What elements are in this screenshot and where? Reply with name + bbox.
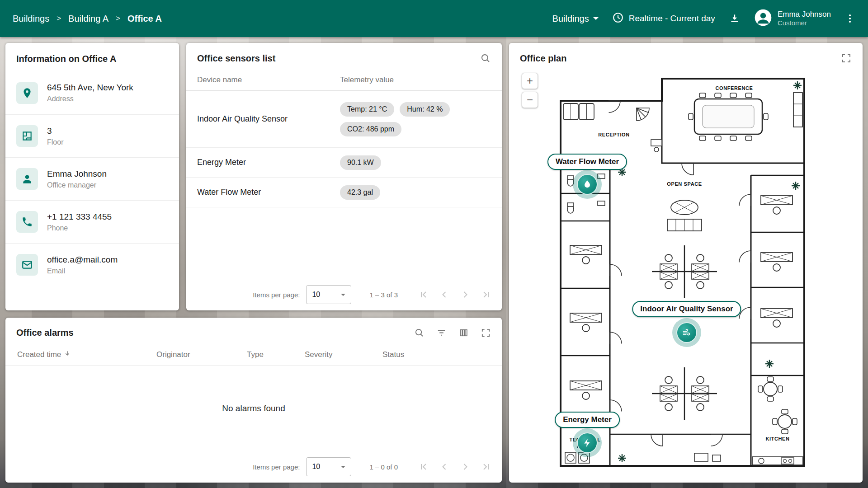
- office-alarms-card: Office alarms Created time Originator Ty…: [5, 318, 502, 483]
- fullscreen-icon[interactable]: [841, 53, 852, 64]
- telemetry-chip: 90.1 kW: [340, 155, 381, 170]
- room-label-conference: CONFERENCE: [715, 85, 753, 91]
- column-device-name[interactable]: Device name: [197, 75, 340, 84]
- download-button[interactable]: [729, 13, 741, 24]
- device-name: Energy Meter: [197, 158, 340, 167]
- column-type[interactable]: Type: [247, 350, 305, 359]
- entity-select[interactable]: Buildings: [552, 14, 599, 24]
- address-value: 645 5th Ave, New York: [47, 83, 133, 93]
- chevron-down-icon: [341, 466, 345, 468]
- timewindow-button[interactable]: Realtime - Current day: [612, 12, 715, 26]
- marker-label-indoor-air-quality-sensor[interactable]: Indoor Air Quality Sensor: [632, 301, 741, 317]
- next-page-button[interactable]: [458, 288, 472, 301]
- floor-value: 3: [47, 126, 63, 136]
- breadcrumb-separator: >: [57, 14, 61, 23]
- column-severity[interactable]: Severity: [305, 350, 382, 359]
- page-size-value: 10: [312, 291, 320, 299]
- search-icon[interactable]: [414, 328, 425, 338]
- telemetry-chip: CO2: 486 ppm: [340, 122, 401, 136]
- created-time-label: Created time: [17, 350, 61, 359]
- info-row-floor: 3 Floor: [5, 114, 179, 157]
- sensors-card-title: Office sensors list: [197, 53, 275, 64]
- last-page-button[interactable]: [479, 288, 493, 301]
- water-drop-icon: [577, 174, 598, 195]
- energy-icon: [577, 432, 598, 453]
- office-info-card: Information on Office A 645 5th Ave, New…: [5, 43, 179, 310]
- info-row-email: office.a@mail.com Email: [5, 243, 179, 286]
- last-page-button[interactable]: [479, 460, 493, 474]
- column-telemetry-value[interactable]: Telemetry value: [340, 75, 394, 84]
- previous-page-button[interactable]: [438, 460, 451, 474]
- phone-label: Phone: [47, 224, 112, 232]
- floor-plan[interactable]: CONFERENCE RECEPTION OPEN SPACE KITCHEN …: [559, 77, 805, 468]
- info-row-phone: +1 121 333 4455 Phone: [5, 200, 179, 243]
- email-label: Email: [47, 267, 118, 275]
- table-row[interactable]: Water Flow Meter 42.3 gal: [186, 178, 502, 207]
- sensors-paginator: Items per page: 10 1 – 3 of 3: [186, 279, 502, 310]
- marker-label-energy-meter[interactable]: Energy Meter: [555, 412, 620, 428]
- floor-label: Floor: [47, 138, 63, 146]
- phone-value: +1 121 333 4455: [47, 212, 112, 222]
- energy-meter-marker[interactable]: [573, 428, 602, 457]
- timewindow-label: Realtime - Current day: [629, 14, 715, 23]
- marker-label-water-flow-meter[interactable]: Water Flow Meter: [547, 154, 627, 170]
- alarms-table-header: Created time Originator Type Severity St…: [5, 343, 502, 366]
- water-flow-meter-marker[interactable]: [573, 170, 602, 199]
- telemetry-chip: 42.3 gal: [340, 185, 380, 200]
- sensors-table-header: Device name Telemetry value: [186, 69, 502, 91]
- fullscreen-icon[interactable]: [481, 328, 491, 338]
- chevron-down-icon: [341, 294, 345, 296]
- sort-arrow-down-icon: [64, 350, 71, 359]
- first-page-button[interactable]: [417, 288, 430, 301]
- zoom-in-button[interactable]: +: [522, 73, 538, 89]
- device-name: Indoor Air Quality Sensor: [197, 114, 340, 124]
- no-alarms-message: No alarms found: [5, 366, 502, 451]
- person-icon: [16, 168, 38, 190]
- telemetry-chip: Hum: 42 %: [400, 102, 450, 117]
- indoor-air-quality-sensor-marker[interactable]: [672, 318, 701, 347]
- room-label-open-space: OPEN SPACE: [667, 181, 702, 187]
- page-size-value: 10: [312, 463, 320, 471]
- breadcrumb: Buildings > Building A > Office A: [13, 14, 162, 24]
- breadcrumb-buildings[interactable]: Buildings: [13, 14, 49, 24]
- filter-icon[interactable]: [436, 328, 447, 338]
- table-row[interactable]: Indoor Air Quality Sensor Temp: 21 °C Hu…: [186, 91, 502, 148]
- column-originator[interactable]: Originator: [156, 350, 247, 359]
- clock-icon: [612, 12, 624, 26]
- previous-page-button[interactable]: [438, 288, 451, 301]
- telemetry-chip: Temp: 21 °C: [340, 102, 394, 117]
- columns-icon[interactable]: [458, 328, 469, 338]
- kebab-menu-icon[interactable]: [844, 13, 855, 24]
- page-size-select[interactable]: 10: [306, 457, 351, 476]
- search-icon[interactable]: [480, 53, 491, 64]
- avatar: [754, 9, 772, 28]
- column-created-time[interactable]: Created time: [17, 350, 156, 359]
- info-card-title: Information on Office A: [5, 43, 179, 71]
- breadcrumb-separator: >: [116, 14, 120, 23]
- floor-plan-icon: [16, 125, 38, 147]
- info-row-manager: Emma Johnson Office manager: [5, 157, 179, 200]
- info-row-address: 645 5th Ave, New York Address: [5, 71, 179, 114]
- zoom-out-button[interactable]: −: [522, 92, 538, 108]
- page-range-label: 1 – 3 of 3: [369, 291, 398, 299]
- email-icon: [16, 254, 38, 276]
- manager-value: Emma Johnson: [47, 169, 107, 179]
- air-quality-icon: [676, 322, 697, 343]
- chevron-down-icon: [593, 17, 599, 20]
- phone-icon: [16, 211, 38, 233]
- address-label: Address: [47, 95, 133, 103]
- manager-label: Office manager: [47, 181, 107, 189]
- user-name: Emma Johnson: [778, 9, 831, 19]
- user-menu[interactable]: Emma Johnson Customer: [754, 9, 831, 28]
- device-name: Water Flow Meter: [197, 188, 340, 197]
- location-pin-icon: [16, 82, 38, 104]
- page-range-label: 1 – 0 of 0: [369, 463, 398, 471]
- plan-card-title: Office plan: [520, 53, 566, 64]
- first-page-button[interactable]: [417, 460, 430, 474]
- table-row[interactable]: Energy Meter 90.1 kW: [186, 148, 502, 178]
- column-status[interactable]: Status: [382, 350, 490, 359]
- page-size-select[interactable]: 10: [306, 285, 351, 304]
- items-per-page-label: Items per page:: [253, 291, 300, 299]
- next-page-button[interactable]: [458, 460, 472, 474]
- breadcrumb-building-a[interactable]: Building A: [68, 14, 108, 24]
